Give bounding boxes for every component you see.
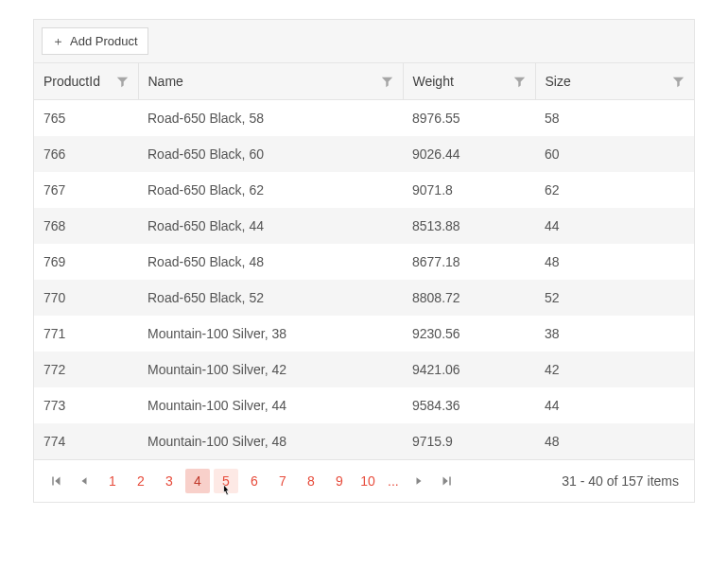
add-product-label: Add Product [70,34,138,48]
pager-prev-button[interactable] [72,469,96,493]
cell-name: Road-650 Black, 52 [138,280,403,316]
table-row[interactable]: 768Road-650 Black, 448513.8844 [34,208,694,244]
column-header-productid[interactable]: ProductId [34,63,138,100]
cell-size: 60 [535,136,694,172]
table-row[interactable]: 774Mountain-100 Silver, 489715.948 [34,423,694,459]
filter-icon[interactable] [116,76,129,88]
cell-name: Road-650 Black, 58 [138,100,403,137]
cell-weight: 9421.06 [403,352,535,387]
cell-name: Road-650 Black, 48 [138,244,403,280]
cell-id: 774 [34,423,138,459]
pager-page-3[interactable]: 3 [157,469,182,493]
pager-pages: 12345678910 [100,469,380,493]
cell-size: 38 [535,316,694,352]
column-header-weight[interactable]: Weight [403,63,535,100]
cell-name: Mountain-100 Silver, 48 [138,423,403,459]
cell-id: 769 [34,244,138,280]
cell-size: 44 [535,208,694,244]
cell-weight: 9584.36 [403,387,535,423]
pager-page-1[interactable]: 1 [100,469,125,493]
grid-toolbar: ＋ Add Product [34,20,694,63]
cell-name: Mountain-100 Silver, 38 [138,316,403,352]
column-label: Weight [413,74,454,89]
pager-page-7[interactable]: 7 [270,469,295,493]
pager-more[interactable]: ... [384,473,403,489]
table-row[interactable]: 765Road-650 Black, 588976.5558 [34,100,694,137]
cell-size: 48 [535,423,694,459]
table-row[interactable]: 770Road-650 Black, 528808.7252 [34,280,694,316]
cell-size: 44 [535,387,694,423]
pager-first-button[interactable] [43,469,68,493]
cell-weight: 9071.8 [403,172,535,208]
table-row[interactable]: 769Road-650 Black, 488677.1848 [34,244,694,280]
pager-page-10[interactable]: 10 [355,469,380,493]
cell-weight: 8677.18 [403,244,535,280]
table-row[interactable]: 766Road-650 Black, 609026.4460 [34,136,694,172]
cell-weight: 9026.44 [403,136,535,172]
data-table: ProductId Name [34,63,694,459]
cell-weight: 8976.55 [403,100,535,137]
table-row[interactable]: 772Mountain-100 Silver, 429421.0642 [34,352,694,387]
cell-id: 767 [34,172,138,208]
cell-id: 773 [34,387,138,423]
pager-info: 31 - 40 of 157 items [562,473,685,489]
cell-name: Mountain-100 Silver, 42 [138,352,403,387]
column-label: Name [148,74,183,89]
cell-id: 771 [34,316,138,352]
cell-size: 48 [535,244,694,280]
add-product-button[interactable]: ＋ Add Product [42,27,148,55]
pager-page-5[interactable]: 5 [214,469,238,493]
cursor-icon [219,484,233,499]
pager-last-button[interactable] [435,469,459,493]
filter-icon[interactable] [381,76,393,88]
table-row[interactable]: 767Road-650 Black, 629071.862 [34,172,694,208]
column-header-name[interactable]: Name [138,63,403,100]
pager: 12345678910 ... 31 - 40 of 157 items [34,459,694,502]
cell-size: 62 [535,172,694,208]
table-row[interactable]: 773Mountain-100 Silver, 449584.3644 [34,387,694,423]
column-header-size[interactable]: Size [535,63,694,100]
pager-page-4[interactable]: 4 [185,469,210,493]
table-row[interactable]: 771Mountain-100 Silver, 389230.5638 [34,316,694,352]
pager-next-button[interactable] [407,469,431,493]
cell-size: 58 [535,100,694,137]
pager-page-6[interactable]: 6 [242,469,267,493]
column-label: Size [546,74,571,89]
cell-weight: 8513.88 [403,208,535,244]
pager-page-9[interactable]: 9 [327,469,352,493]
cell-id: 772 [34,352,138,387]
cell-size: 52 [535,280,694,316]
filter-icon[interactable] [672,76,685,88]
cell-size: 42 [535,352,694,387]
filter-icon[interactable] [513,76,526,88]
cell-name: Road-650 Black, 60 [138,136,403,172]
cell-id: 770 [34,280,138,316]
cell-name: Road-650 Black, 62 [138,172,403,208]
cell-weight: 9715.9 [403,423,535,459]
cell-weight: 8808.72 [403,280,535,316]
cell-id: 766 [34,136,138,172]
plus-icon: ＋ [52,35,64,47]
pager-page-8[interactable]: 8 [299,469,323,493]
cell-name: Road-650 Black, 44 [138,208,403,244]
cell-id: 768 [34,208,138,244]
cell-weight: 9230.56 [403,316,535,352]
column-label: ProductId [43,74,100,89]
pager-page-2[interactable]: 2 [129,469,153,493]
cell-name: Mountain-100 Silver, 44 [138,387,403,423]
table-body: 765Road-650 Black, 588976.5558766Road-65… [34,100,694,460]
data-grid: ＋ Add Product ProductId Name [33,19,695,503]
cell-id: 765 [34,100,138,137]
